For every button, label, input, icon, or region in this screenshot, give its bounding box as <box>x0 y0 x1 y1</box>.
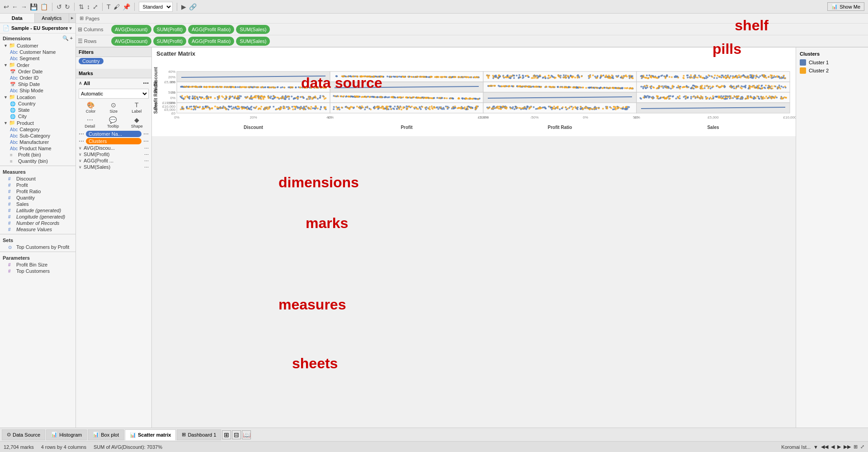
fit-icon-status[interactable]: ⊞ <box>854 444 858 450</box>
field-ship-mode[interactable]: Abc Ship Mode <box>2 87 75 94</box>
filter-country-pill[interactable]: Country <box>79 58 104 64</box>
sort-icon[interactable]: ↕ <box>87 3 90 10</box>
field-sub-category[interactable]: Abc Sub-Category <box>2 133 75 139</box>
nav-next-icon[interactable]: ▶▶ <box>844 444 851 450</box>
back-icon[interactable]: ← <box>12 3 18 10</box>
mark-tooltip-btn[interactable]: 💬 Tooltip <box>107 116 119 128</box>
field-customer-name[interactable]: Abc Customer Name <box>2 49 75 55</box>
text-icon[interactable]: T <box>107 3 111 10</box>
pill-sum-sales-row[interactable]: SUM(Sales) <box>236 37 270 46</box>
marks-menu-icon[interactable]: ⋯ <box>143 131 149 137</box>
pill-agg-profit-row[interactable]: AGG(Profit Ratio) <box>188 37 234 46</box>
pill-avg-discount-col[interactable]: AVG(Discount) <box>111 25 151 34</box>
legend-title: Clusters <box>800 51 864 57</box>
param-top-customers[interactable]: # Top Customers <box>0 268 75 274</box>
marks-menu-icon[interactable]: ⋯ <box>143 80 149 86</box>
expand-panel-icon[interactable]: ▸ <box>69 14 75 23</box>
mark-color-btn[interactable]: 🎨 Color <box>86 101 96 114</box>
field-category[interactable]: Abc Category <box>2 126 75 133</box>
swap-icon[interactable]: ⇅ <box>79 3 84 10</box>
field-measure-values[interactable]: # Measure Values <box>0 226 75 233</box>
param-icon: # <box>8 262 14 267</box>
expand-icon-status[interactable]: ⤢ <box>860 444 864 450</box>
user-dropdown-icon[interactable]: ▼ <box>813 444 818 450</box>
pill-sum-profit-row[interactable]: SUM(Profit) <box>153 37 186 46</box>
field-order-date[interactable]: 📅 Order Date <box>2 68 75 75</box>
pill-sum-profit-col[interactable]: SUM(Profit) <box>153 25 186 34</box>
field-country[interactable]: 🌐 Country <box>2 100 75 107</box>
mark-label-btn[interactable]: T Label <box>132 101 142 114</box>
tab-histogram[interactable]: 📊 Histogram <box>46 429 87 440</box>
datasource-row[interactable]: 📄 Sample - EU Superstore ▼ <box>0 23 75 33</box>
nav-prev-icon[interactable]: ◀◀ <box>821 444 828 450</box>
brush-icon[interactable]: 🖌 <box>113 3 120 10</box>
fit-icon[interactable]: ⤢ <box>93 3 98 10</box>
field-discount[interactable]: # Discount <box>0 176 75 182</box>
add-field-icon[interactable]: + <box>70 35 73 41</box>
share-icon[interactable]: 🔗 <box>189 3 197 10</box>
marks-type-dropdown[interactable]: Automatic <box>79 89 149 99</box>
group-product-header[interactable]: ▼ 📁 Product <box>2 119 75 126</box>
home-icon[interactable]: ↩ <box>4 3 9 10</box>
measure-dots[interactable]: ⋯ <box>144 165 149 170</box>
marks-expand-icon[interactable]: ∧ <box>79 81 82 86</box>
field-state[interactable]: 🌐 State <box>2 107 75 113</box>
pill-sum-sales-col[interactable]: SUM(Sales) <box>236 25 270 34</box>
tab-box-plot[interactable]: 📊 Box plot <box>88 429 124 440</box>
pill-avg-discount-row[interactable]: AVG(Discount) <box>111 37 151 46</box>
field-ship-date[interactable]: 📅 Ship Date <box>2 81 75 87</box>
mark-shape-btn[interactable]: ◆ Shape <box>131 116 143 128</box>
add-sheet-button[interactable]: ⊞ <box>222 430 231 439</box>
field-num-records[interactable]: # Number of Records <box>0 220 75 226</box>
field-quantity[interactable]: # Quantity <box>0 195 75 201</box>
field-top-customers[interactable]: ⊙ Top Customers by Profit <box>0 244 75 250</box>
field-product-name[interactable]: Abc Product Name <box>2 145 75 152</box>
nav-forward-icon[interactable]: ▶ <box>837 444 841 450</box>
add-dashboard-button[interactable]: ⊟ <box>232 430 241 439</box>
field-profit[interactable]: # Profit <box>0 182 75 188</box>
nav-back-icon[interactable]: ◀ <box>831 444 835 450</box>
field-profit-bin[interactable]: ≡ Profit (bin) <box>2 152 75 158</box>
tab-data[interactable]: Data <box>0 14 35 23</box>
search-icon[interactable]: 🔍 <box>62 35 69 41</box>
field-quantity-bin[interactable]: ≡ Quantity (bin) <box>2 158 75 164</box>
pin-icon[interactable]: 📌 <box>123 3 130 10</box>
tab-data-source[interactable]: ⊙ Data Source <box>2 429 45 440</box>
field-longitude[interactable]: # Longitude (generated) <box>0 214 75 220</box>
show-me-button[interactable]: 📊 Show Me <box>827 2 864 11</box>
save-icon[interactable]: 💾 <box>30 3 38 10</box>
standard-dropdown[interactable]: Standard <box>139 2 173 12</box>
tab-dashboard[interactable]: ⊞ Dashboard 1 <box>177 429 221 440</box>
marks-customer-pill[interactable]: Customer Na... <box>86 131 142 137</box>
tab-scatter-matrix[interactable]: 📊 Scatter matrix <box>125 429 176 440</box>
parameters-section-header: Parameters <box>0 253 75 262</box>
marks-clusters-pill[interactable]: Clusters <box>86 138 142 144</box>
present-icon[interactable]: ▶ <box>181 3 186 10</box>
field-manufacturer[interactable]: Abc Manufacturer <box>2 139 75 145</box>
field-latitude[interactable]: # Latitude (generated) <box>0 207 75 214</box>
group-customer-header[interactable]: ▼ 📁 Customer <box>2 42 75 49</box>
measure-dots[interactable]: ⋯ <box>144 158 149 163</box>
measure-dots[interactable]: ⋯ <box>144 146 149 151</box>
mark-detail-btn[interactable]: ⋯ Detail <box>85 116 95 128</box>
group-location-header[interactable]: ▼ 📁 Location <box>2 94 75 100</box>
tooltip-label: Tooltip <box>107 124 119 128</box>
undo-icon[interactable]: ↺ <box>57 3 62 10</box>
redo-icon[interactable]: ↻ <box>65 3 70 10</box>
group-order-header[interactable]: ▼ 📁 Order <box>2 62 75 68</box>
add-story-button[interactable]: 📖 <box>242 430 251 439</box>
tab-analytics[interactable]: Analytics <box>35 14 70 23</box>
pill-agg-profit-col[interactable]: AGG(Profit Ratio) <box>188 25 234 34</box>
measure-dots[interactable]: ⋯ <box>144 152 149 157</box>
field-order-id[interactable]: Abc Order ID <box>2 75 75 81</box>
field-profit-ratio[interactable]: # Profit Ratio <box>0 188 75 195</box>
forward-icon[interactable]: → <box>21 3 27 10</box>
save-as-icon[interactable]: 📋 <box>40 3 48 10</box>
param-profit-bin[interactable]: # Profit Bin Size <box>0 262 75 268</box>
mark-size-btn[interactable]: ⊙ Size <box>109 101 118 114</box>
field-segment[interactable]: Abc Segment <box>2 55 75 62</box>
left-panel-scroll[interactable]: Dimensions 🔍 + ▼ 📁 Customer Abc Customer… <box>0 33 75 428</box>
field-sales[interactable]: # Sales <box>0 201 75 207</box>
field-city[interactable]: 🌐 City <box>2 113 75 119</box>
marks-menu-icon[interactable]: ⋯ <box>143 138 149 144</box>
